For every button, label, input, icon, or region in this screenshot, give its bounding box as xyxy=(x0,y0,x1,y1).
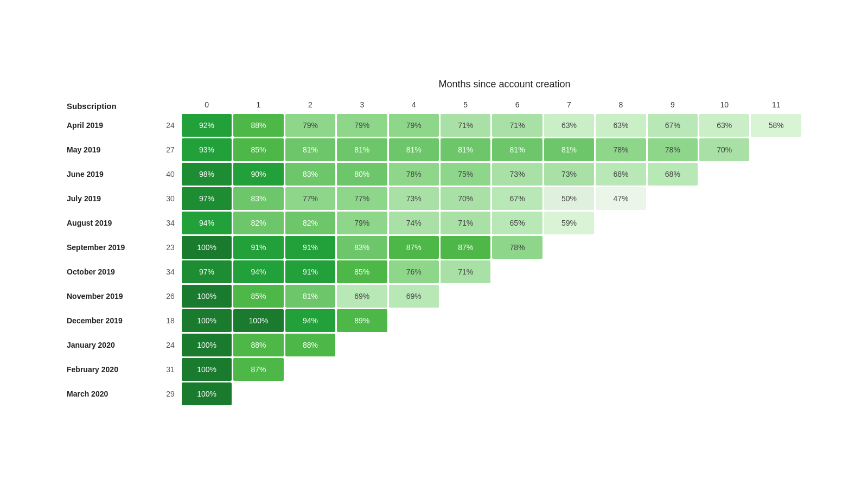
cell-5-6: 78% xyxy=(492,236,542,259)
cell-0-0: 92% xyxy=(182,114,232,137)
cell-2-5: 75% xyxy=(441,163,490,186)
cell-0-5: 71% xyxy=(441,114,490,137)
cell-11-9 xyxy=(648,382,698,405)
row-count-1: 27 xyxy=(159,138,180,161)
row-label-2: June 2019 xyxy=(67,163,158,186)
row-count-6: 34 xyxy=(159,260,180,283)
cell-1-10: 70% xyxy=(699,138,749,161)
cell-2-7: 73% xyxy=(544,163,594,186)
cell-1-9: 78% xyxy=(648,138,698,161)
cell-5-0: 100% xyxy=(182,236,232,259)
cell-4-8 xyxy=(596,212,646,234)
cell-1-4: 81% xyxy=(389,138,439,161)
cell-9-3 xyxy=(337,334,387,356)
col-header-6: 6 xyxy=(492,100,542,112)
cell-3-10 xyxy=(699,187,749,210)
cell-11-2 xyxy=(285,382,335,405)
cell-4-9 xyxy=(648,212,698,234)
cell-6-11 xyxy=(751,260,801,283)
cell-7-5 xyxy=(441,285,490,308)
cell-4-0: 94% xyxy=(182,212,232,234)
cell-0-4: 79% xyxy=(389,114,439,137)
row-count-0: 24 xyxy=(159,114,180,137)
cell-3-8: 47% xyxy=(596,187,646,210)
cell-4-7: 59% xyxy=(544,212,594,234)
cell-1-6: 81% xyxy=(492,138,542,161)
col-header-7: 7 xyxy=(544,100,594,112)
cell-10-5 xyxy=(441,358,490,381)
row-label-11: March 2020 xyxy=(67,382,158,405)
cell-3-4: 73% xyxy=(389,187,439,210)
cell-11-8 xyxy=(596,382,646,405)
cell-2-0: 98% xyxy=(182,163,232,186)
col-header-9: 9 xyxy=(648,100,698,112)
cell-8-5 xyxy=(441,309,490,332)
cell-5-11 xyxy=(751,236,801,259)
cell-3-6: 67% xyxy=(492,187,542,210)
cell-3-5: 70% xyxy=(441,187,490,210)
cell-9-8 xyxy=(596,334,646,356)
cell-0-8: 63% xyxy=(596,114,646,137)
cell-2-4: 78% xyxy=(389,163,439,186)
row-label-10: February 2020 xyxy=(67,358,158,381)
cell-6-4: 76% xyxy=(389,260,439,283)
cell-7-4: 69% xyxy=(389,285,439,308)
cell-11-1 xyxy=(233,382,283,405)
cell-5-3: 83% xyxy=(337,236,387,259)
cell-6-5: 71% xyxy=(441,260,490,283)
cell-4-3: 79% xyxy=(337,212,387,234)
cell-11-11 xyxy=(751,382,801,405)
cell-11-3 xyxy=(337,382,387,405)
row-count-7: 26 xyxy=(159,285,180,308)
cell-3-0: 97% xyxy=(182,187,232,210)
cell-6-6 xyxy=(492,260,542,283)
cell-8-8 xyxy=(596,309,646,332)
cell-2-8: 68% xyxy=(596,163,646,186)
row-label-4: August 2019 xyxy=(67,212,158,234)
cell-11-4 xyxy=(389,382,439,405)
cell-11-0: 100% xyxy=(182,382,232,405)
col-header-0: 0 xyxy=(182,100,232,112)
cell-6-7 xyxy=(544,260,594,283)
cell-5-2: 91% xyxy=(285,236,335,259)
cell-11-6 xyxy=(492,382,542,405)
cell-0-11: 58% xyxy=(751,114,801,137)
cell-4-2: 82% xyxy=(285,212,335,234)
cell-0-7: 63% xyxy=(544,114,594,137)
cell-0-10: 63% xyxy=(699,114,749,137)
cell-6-1: 94% xyxy=(233,260,283,283)
cell-11-10 xyxy=(699,382,749,405)
cell-2-1: 90% xyxy=(233,163,283,186)
cell-7-6 xyxy=(492,285,542,308)
cell-8-9 xyxy=(648,309,698,332)
row-label-1: May 2019 xyxy=(67,138,158,161)
cell-1-7: 81% xyxy=(544,138,594,161)
row-count-8: 18 xyxy=(159,309,180,332)
row-label-3: July 2019 xyxy=(67,187,158,210)
col-header-4: 4 xyxy=(389,100,439,112)
cohort-table: Subscription 0 1 2 3 4 5 6 7 8 9 10 11 A… xyxy=(65,99,803,407)
cell-8-3: 89% xyxy=(337,309,387,332)
cell-7-0: 100% xyxy=(182,285,232,308)
cell-10-11 xyxy=(751,358,801,381)
cell-2-9: 68% xyxy=(648,163,698,186)
cell-9-2: 88% xyxy=(285,334,335,356)
cell-10-8 xyxy=(596,358,646,381)
cell-6-9 xyxy=(648,260,698,283)
cell-11-7 xyxy=(544,382,594,405)
cell-1-1: 85% xyxy=(233,138,283,161)
cell-2-2: 83% xyxy=(285,163,335,186)
cell-4-10 xyxy=(699,212,749,234)
cell-1-5: 81% xyxy=(441,138,490,161)
cell-0-1: 88% xyxy=(233,114,283,137)
cell-2-3: 80% xyxy=(337,163,387,186)
cell-3-1: 83% xyxy=(233,187,283,210)
cell-8-2: 94% xyxy=(285,309,335,332)
cell-4-1: 82% xyxy=(233,212,283,234)
cell-10-10 xyxy=(699,358,749,381)
row-label-9: January 2020 xyxy=(67,334,158,356)
cell-1-8: 78% xyxy=(596,138,646,161)
cell-3-9 xyxy=(648,187,698,210)
cell-5-5: 87% xyxy=(441,236,490,259)
cell-9-4 xyxy=(389,334,439,356)
